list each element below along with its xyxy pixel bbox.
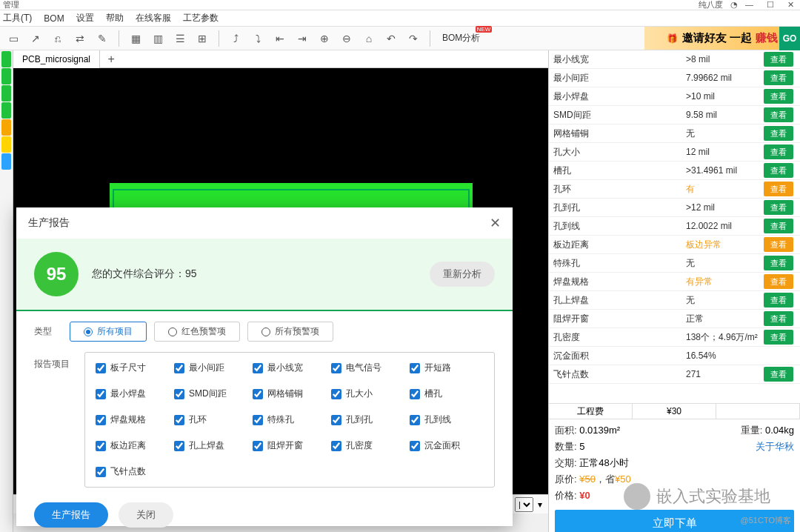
menu-settings[interactable]: 设置 — [76, 12, 94, 24]
minimize-icon[interactable]: — — [745, 0, 753, 10]
checkbox[interactable] — [174, 441, 184, 451]
layer-blue[interactable] — [1, 153, 11, 170]
bom-analysis-button[interactable]: BOM分析 NEW — [439, 30, 483, 46]
user-icon[interactable]: ◔ — [730, 0, 738, 10]
checkbox[interactable] — [410, 363, 420, 373]
go-button[interactable]: GO — [779, 27, 800, 50]
layer-green[interactable] — [1, 102, 11, 119]
menu-bom[interactable]: BOM — [44, 13, 64, 24]
check-item[interactable]: 开短路 — [410, 362, 484, 374]
check-item[interactable]: 槽孔 — [410, 388, 484, 400]
view-button[interactable]: 查看 — [764, 256, 793, 270]
about-link[interactable]: 关于华秋 — [756, 439, 794, 455]
close-icon[interactable]: ✕ — [787, 0, 794, 10]
status-dropdown-icon[interactable]: ▾ — [538, 499, 542, 510]
checkbox[interactable] — [174, 363, 184, 373]
layer-green[interactable] — [1, 51, 11, 67]
tool-icon-2[interactable]: ↗ — [28, 31, 43, 46]
checkbox[interactable] — [253, 363, 263, 373]
grid-icon-4[interactable]: ⊞ — [195, 31, 210, 46]
checkbox[interactable] — [331, 389, 341, 399]
checkbox[interactable] — [96, 389, 106, 399]
view-button[interactable]: 查看 — [764, 52, 793, 67]
redo-icon[interactable]: ↷ — [406, 31, 421, 46]
check-item[interactable]: 网格铺铜 — [253, 388, 327, 400]
radio-red-warnings[interactable]: 红色预警项 — [154, 322, 240, 342]
upload-icon[interactable]: ⤴ — [228, 31, 243, 46]
menu-help[interactable]: 帮助 — [106, 12, 124, 24]
check-item[interactable]: 最小间距 — [174, 362, 248, 374]
grid-icon-2[interactable]: ▥ — [150, 31, 165, 46]
grid-icon-3[interactable]: ☰ — [173, 31, 187, 46]
check-item[interactable]: 电气信号 — [331, 362, 405, 374]
checkbox[interactable] — [331, 363, 341, 373]
grid-icon-1[interactable]: ▦ — [128, 31, 143, 46]
tool-icon-3[interactable]: ⎌ — [50, 31, 65, 46]
view-button[interactable]: 查看 — [764, 70, 793, 85]
view-button[interactable]: 查看 — [764, 367, 793, 382]
arrow-left-icon[interactable]: ⇤ — [273, 31, 287, 46]
add-tab-button[interactable]: + — [100, 53, 122, 66]
checkbox[interactable] — [96, 363, 106, 373]
checkbox[interactable] — [253, 389, 263, 399]
check-item[interactable]: 孔到孔 — [331, 413, 405, 426]
menu-tools[interactable]: 工具(T) — [3, 12, 32, 24]
view-button[interactable]: 查看 — [764, 126, 793, 141]
checkbox[interactable] — [410, 441, 420, 451]
check-item[interactable]: 孔环 — [174, 413, 248, 426]
menu-online-service[interactable]: 在线客服 — [136, 12, 171, 24]
status-select[interactable]: | — [515, 497, 533, 512]
view-button[interactable]: 查看 — [764, 293, 793, 307]
check-item[interactable]: 飞针点数 — [96, 465, 170, 478]
view-button[interactable]: 查看 — [764, 144, 793, 159]
checkbox[interactable] — [96, 441, 106, 451]
checkbox[interactable] — [253, 441, 263, 451]
layer-yellow[interactable] — [1, 136, 11, 153]
radio-all-items[interactable]: 所有项目 — [70, 322, 147, 342]
layer-green[interactable] — [1, 85, 11, 102]
checkbox[interactable] — [410, 389, 420, 399]
menu-process-param[interactable]: 工艺参数 — [183, 12, 219, 24]
tool-icon-1[interactable]: ▭ — [6, 31, 21, 46]
view-button[interactable]: 查看 — [764, 182, 793, 196]
zoom-in-icon[interactable]: ⊕ — [317, 31, 332, 46]
layer-green[interactable] — [1, 68, 11, 84]
check-item[interactable]: 板边距离 — [96, 439, 170, 452]
view-button[interactable]: 查看 — [764, 237, 793, 252]
view-button[interactable]: 查看 — [764, 89, 793, 104]
generate-report-button[interactable]: 生产报告 — [34, 502, 108, 528]
checkbox[interactable] — [96, 415, 106, 425]
checkbox[interactable] — [96, 467, 106, 477]
zoom-out-icon[interactable]: ⊖ — [339, 31, 354, 46]
modal-close-icon[interactable]: ✕ — [490, 215, 501, 231]
view-button[interactable]: 查看 — [764, 311, 793, 326]
download-icon[interactable]: ⤵ — [250, 31, 265, 46]
radio-all-warnings[interactable]: 所有预警项 — [247, 322, 333, 342]
check-item[interactable]: 最小焊盘 — [96, 388, 170, 400]
maximize-icon[interactable]: ☐ — [767, 0, 774, 10]
undo-icon[interactable]: ↶ — [384, 31, 399, 46]
checkbox[interactable] — [174, 415, 184, 425]
check-item[interactable]: 孔大小 — [331, 388, 405, 400]
check-item[interactable]: 阻焊开窗 — [253, 439, 327, 452]
checkbox[interactable] — [410, 415, 420, 425]
check-item[interactable]: 特殊孔 — [253, 413, 327, 426]
invite-banner[interactable]: 🎁 邀请好友 一起 赚钱 GO — [644, 27, 800, 50]
arrow-right-icon[interactable]: ⇥ — [295, 31, 310, 46]
reanalyze-button[interactable]: 重新分析 — [430, 262, 495, 287]
view-button[interactable]: 查看 — [764, 200, 793, 215]
tool-icon-4[interactable]: ⇄ — [73, 31, 87, 46]
checkbox[interactable] — [331, 415, 341, 425]
view-button[interactable]: 查看 — [764, 330, 793, 345]
check-item[interactable]: 焊盘规格 — [96, 413, 170, 426]
view-button[interactable]: 查看 — [764, 163, 793, 178]
home-icon[interactable]: ⌂ — [361, 31, 376, 46]
layer-orange[interactable] — [1, 119, 11, 136]
check-item[interactable]: 孔上焊盘 — [174, 439, 248, 452]
checkbox[interactable] — [331, 441, 341, 451]
checkbox[interactable] — [253, 415, 263, 425]
check-item[interactable]: 沉金面积 — [410, 439, 484, 452]
check-item[interactable]: 最小线宽 — [253, 362, 327, 374]
view-button[interactable]: 查看 — [764, 107, 793, 122]
check-item[interactable]: SMD间距 — [174, 388, 248, 400]
